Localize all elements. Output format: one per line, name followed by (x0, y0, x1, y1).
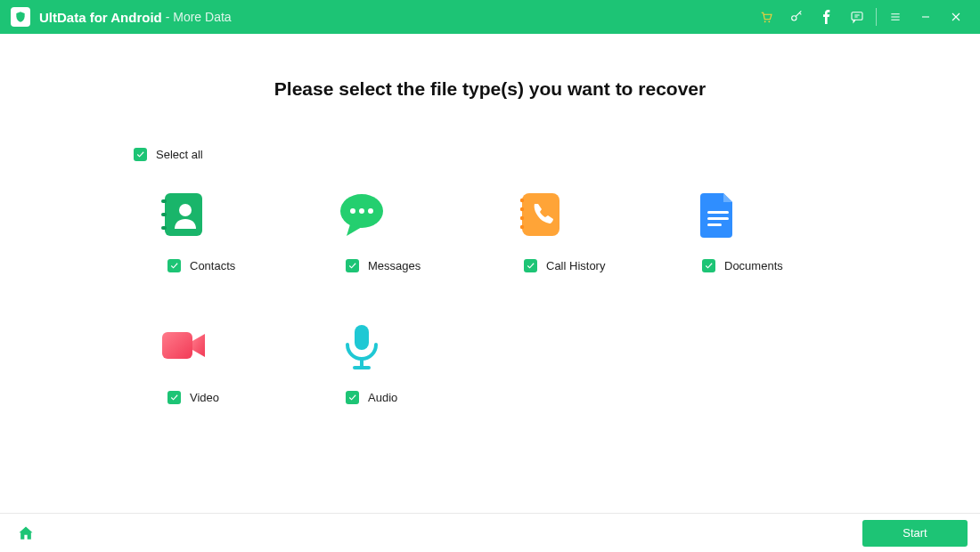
audio-icon (337, 321, 387, 371)
tile-audio[interactable]: Audio (312, 321, 490, 404)
tile-video[interactable]: Video (134, 321, 312, 404)
svg-rect-22 (355, 325, 369, 350)
svg-rect-5 (161, 199, 167, 203)
svg-point-1 (768, 20, 770, 22)
tile-label: Messages (368, 259, 421, 272)
tile-documents[interactable]: Documents (668, 190, 846, 272)
tile-label: Documents (724, 259, 783, 272)
svg-point-14 (520, 199, 524, 202)
svg-point-0 (764, 20, 766, 22)
svg-point-15 (520, 207, 524, 211)
start-button[interactable]: Start (862, 520, 968, 547)
page-heading: Please select the file type(s) you want … (0, 78, 980, 100)
facebook-icon[interactable] (812, 0, 842, 34)
svg-point-2 (792, 16, 796, 20)
tile-call-history[interactable]: Call History (490, 190, 668, 272)
feedback-icon[interactable] (842, 0, 872, 34)
home-button[interactable] (12, 520, 39, 547)
app-logo (11, 7, 30, 27)
svg-rect-3 (852, 12, 862, 20)
contacts-icon (159, 190, 208, 239)
titlebar: UltData for Android - More Data (0, 0, 980, 34)
video-icon (159, 321, 208, 371)
svg-rect-19 (707, 217, 729, 220)
svg-rect-20 (707, 223, 722, 226)
footer: Start (0, 513, 980, 552)
title-separator: - (162, 10, 173, 24)
key-icon[interactable] (781, 0, 812, 34)
checkbox-icon (167, 259, 181, 272)
svg-point-8 (179, 204, 192, 216)
checkbox-icon (134, 148, 147, 161)
tile-label: Contacts (190, 259, 235, 272)
svg-point-11 (359, 208, 364, 214)
minimize-button[interactable] (911, 0, 941, 34)
call-history-icon (515, 190, 565, 239)
svg-rect-21 (162, 332, 192, 359)
menu-icon[interactable] (880, 0, 911, 34)
select-all-label: Select all (156, 148, 203, 161)
svg-point-10 (350, 208, 355, 214)
svg-rect-6 (161, 213, 167, 216)
tile-label: Video (190, 391, 219, 404)
tile-label: Audio (368, 391, 397, 404)
svg-point-12 (368, 208, 373, 214)
select-all-checkbox[interactable]: Select all (134, 148, 203, 161)
app-title: UltData for Android (39, 10, 162, 25)
file-type-grid: Contacts Messages (134, 190, 846, 404)
main-area: Please select the file type(s) you want … (0, 34, 980, 513)
checkbox-icon (167, 391, 181, 404)
checkbox-icon (346, 391, 359, 404)
section-title: More Data (173, 10, 231, 24)
cart-icon[interactable] (751, 0, 781, 34)
svg-point-17 (520, 225, 524, 229)
svg-rect-7 (161, 226, 167, 230)
checkbox-icon (524, 259, 537, 272)
svg-point-16 (520, 216, 524, 220)
svg-rect-18 (707, 211, 729, 214)
documents-icon (693, 190, 743, 239)
close-button[interactable] (941, 0, 971, 34)
messages-icon (337, 190, 387, 239)
checkbox-icon (346, 259, 359, 272)
tile-label: Call History (546, 259, 605, 272)
checkbox-icon (702, 259, 715, 272)
tile-contacts[interactable]: Contacts (134, 190, 312, 272)
tile-messages[interactable]: Messages (312, 190, 490, 272)
svg-rect-24 (353, 366, 371, 369)
titlebar-separator (876, 8, 877, 26)
